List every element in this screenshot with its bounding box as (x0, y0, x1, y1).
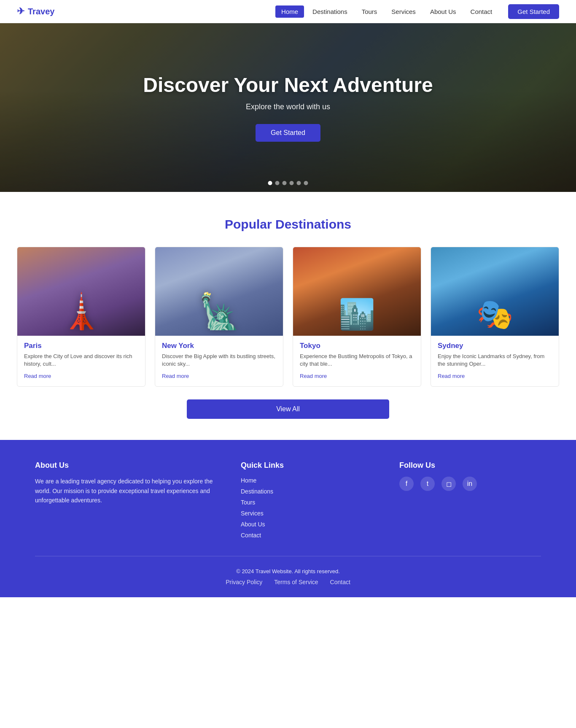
hero-cta-button[interactable]: Get Started (256, 124, 320, 142)
nav-services[interactable]: Services (385, 5, 422, 18)
footer: About Us We are a leading travel agency … (0, 440, 576, 597)
hero-slider-dots (268, 181, 308, 185)
linkedin-icon[interactable]: in (463, 477, 477, 491)
nav-home[interactable]: Home (275, 5, 304, 18)
footer-link-item: Tours (241, 499, 382, 506)
footer-bottom: © 2024 Travel Website. All rights reserv… (25, 556, 551, 597)
dest-desc-new york: Discover the Big Apple with its bustling… (162, 353, 276, 368)
footer-links-list: HomeDestinationsToursServicesAbout UsCon… (241, 477, 382, 539)
dest-desc-sydney: Enjoy the Iconic Landmarks of Sydney, fr… (438, 353, 552, 368)
footer-follow-title: Follow Us (399, 461, 541, 470)
footer-copyright: © 2024 Travel Website. All rights reserv… (25, 568, 551, 574)
nav-destinations[interactable]: Destinations (307, 5, 353, 18)
footer-link-tours[interactable]: Tours (241, 499, 255, 506)
dest-img-tokyo (293, 247, 421, 336)
nav-get-started-button[interactable]: Get Started (508, 4, 559, 19)
hero-subtitle: Explore the world with us (143, 102, 433, 111)
destination-card-paris: Paris Explore the City of Love and disco… (17, 247, 145, 387)
dest-body-new york: New York Discover the Big Apple with its… (155, 336, 283, 386)
dest-read-more-tokyo[interactable]: Read more (300, 373, 327, 379)
footer-quicklinks-col: Quick Links HomeDestinationsToursService… (241, 461, 382, 539)
dest-img-new york (155, 247, 283, 336)
dest-read-more-paris[interactable]: Read more (24, 373, 51, 379)
plane-icon: ✈ (17, 6, 24, 17)
footer-link-item: Contact (241, 531, 382, 539)
slider-dot-6[interactable] (304, 181, 308, 185)
dest-img-paris (17, 247, 145, 336)
dest-read-more-new york[interactable]: Read more (162, 373, 189, 379)
footer-link-item: Destinations (241, 488, 382, 495)
dest-img-sydney (431, 247, 559, 336)
destinations-grid: Paris Explore the City of Love and disco… (17, 247, 559, 387)
dest-city-sydney: Sydney (438, 342, 552, 350)
view-all-button[interactable]: View All (187, 399, 389, 419)
slider-dot-4[interactable] (290, 181, 294, 185)
footer-link-about-us[interactable]: About Us (241, 521, 265, 528)
footer-quicklinks-title: Quick Links (241, 461, 382, 470)
slider-dot-5[interactable] (297, 181, 301, 185)
footer-link-item: About Us (241, 520, 382, 528)
footer-about-title: About Us (35, 461, 224, 470)
instagram-icon[interactable]: ◻ (441, 477, 456, 491)
dest-body-tokyo: Tokyo Experience the Bustling Metropolis… (293, 336, 421, 386)
hero-content: Discover Your Next Adventure Explore the… (143, 73, 433, 142)
nav-links: Home Destinations Tours Services About U… (275, 4, 559, 19)
dest-desc-paris: Explore the City of Love and discover it… (24, 353, 138, 368)
footer-link-destinations[interactable]: Destinations (241, 488, 273, 495)
dest-city-paris: Paris (24, 342, 138, 350)
footer-about-col: About Us We are a leading travel agency … (35, 461, 224, 539)
destination-card-new york: New York Discover the Big Apple with its… (155, 247, 283, 387)
slider-dot-1[interactable] (268, 181, 272, 185)
footer-link-home[interactable]: Home (241, 477, 256, 484)
view-all-wrap: View All (17, 399, 559, 419)
footer-bottom-link-terms-of-service[interactable]: Terms of Service (274, 579, 318, 585)
brand-name: Travey (28, 7, 54, 16)
footer-grid: About Us We are a leading travel agency … (35, 461, 541, 556)
dest-body-sydney: Sydney Enjoy the Iconic Landmarks of Syd… (431, 336, 559, 386)
facebook-icon[interactable]: f (399, 477, 414, 491)
nav-about[interactable]: About Us (424, 5, 462, 18)
slider-dot-3[interactable] (283, 181, 287, 185)
footer-bottom-link-privacy-policy[interactable]: Privacy Policy (226, 579, 262, 585)
slider-dot-2[interactable] (275, 181, 280, 185)
dest-city-new york: New York (162, 342, 276, 350)
social-icons: ft◻in (399, 477, 541, 491)
twitter-icon[interactable]: t (420, 477, 435, 491)
dest-read-more-sydney[interactable]: Read more (438, 373, 465, 379)
destination-card-tokyo: Tokyo Experience the Bustling Metropolis… (293, 247, 421, 387)
destinations-title: Popular Destinations (17, 217, 559, 232)
footer-bottom-link-contact[interactable]: Contact (330, 579, 350, 585)
navbar: ✈ Travey Home Destinations Tours Service… (0, 0, 576, 23)
dest-desc-tokyo: Experience the Bustling Metropolis of To… (300, 353, 414, 368)
hero-section: Discover Your Next Adventure Explore the… (0, 23, 576, 192)
destination-card-sydney: Sydney Enjoy the Iconic Landmarks of Syd… (431, 247, 559, 387)
dest-body-paris: Paris Explore the City of Love and disco… (17, 336, 145, 386)
footer-link-services[interactable]: Services (241, 510, 264, 517)
nav-tours[interactable]: Tours (356, 5, 383, 18)
hero-title: Discover Your Next Adventure (143, 73, 433, 97)
footer-bottom-links: Privacy PolicyTerms of ServiceContact (25, 579, 551, 585)
destinations-section: Popular Destinations Paris Explore the C… (0, 192, 576, 440)
footer-link-item: Services (241, 510, 382, 517)
footer-link-contact[interactable]: Contact (241, 532, 261, 539)
brand-logo[interactable]: ✈ Travey (17, 6, 54, 17)
dest-city-tokyo: Tokyo (300, 342, 414, 350)
footer-follow-col: Follow Us ft◻in (399, 461, 541, 539)
nav-contact[interactable]: Contact (465, 5, 498, 18)
footer-about-text: We are a leading travel agency dedicated… (35, 477, 224, 505)
footer-link-item: Home (241, 477, 382, 484)
